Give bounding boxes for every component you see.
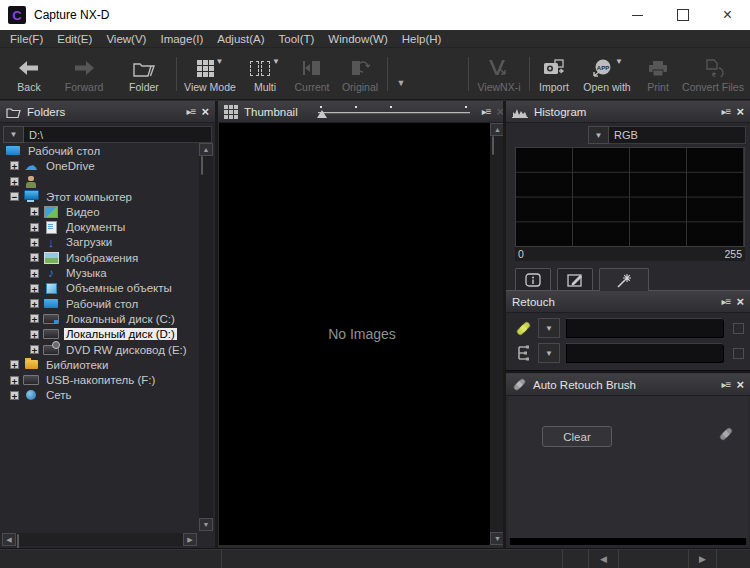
tree-item[interactable]: +Видео [2, 204, 197, 219]
back-button[interactable]: Back [4, 49, 54, 99]
expand-icon[interactable]: + [30, 299, 39, 308]
tree-item[interactable]: +↓Загрузки [2, 235, 197, 250]
clear-button[interactable]: Clear [542, 426, 612, 447]
panel-close-icon[interactable]: × [201, 105, 209, 118]
tree-item[interactable]: −Этот компьютер [2, 189, 197, 204]
folders-vertical-scrollbar[interactable]: ▲ ▼ [199, 143, 213, 531]
tree-item[interactable]: +Объемные объекты [2, 281, 197, 296]
scrollbar-thumb[interactable] [201, 156, 203, 175]
user-icon [23, 175, 39, 188]
page-next-button[interactable]: ▶ [689, 549, 717, 568]
scrollbar-thumb[interactable] [492, 136, 494, 155]
menu-item-5[interactable]: Tool(T) [272, 30, 322, 48]
chevron-down-icon[interactable]: ▼ [538, 343, 560, 363]
retouch-checkbox[interactable] [733, 323, 744, 334]
expand-icon[interactable]: + [10, 360, 19, 369]
tree-item[interactable]: +DVD RW дисковод (E:) [2, 342, 197, 357]
view-mode-button[interactable]: ▼ View Mode [179, 49, 241, 99]
retouch-list-dropdown[interactable] [566, 343, 724, 363]
menu-item-1[interactable]: Edit(E) [50, 30, 99, 48]
tree-item[interactable]: +Библиотеки [2, 357, 197, 372]
expand-icon[interactable]: + [30, 253, 39, 262]
slider-thumb[interactable] [317, 110, 327, 118]
minimize-button[interactable] [615, 0, 660, 30]
tree-item[interactable]: +Изображения [2, 250, 197, 265]
slider-track[interactable] [318, 112, 470, 113]
tree-item[interactable]: Рабочий стол [2, 143, 197, 158]
tree-item[interactable]: + [2, 174, 197, 189]
toolbar-overflow-button[interactable]: ▼ [390, 49, 412, 99]
panel-menu-icon[interactable]: ▸≡ [722, 296, 731, 307]
menu-item-6[interactable]: Window(W) [321, 30, 394, 48]
page-prev-button[interactable]: ◀ [589, 549, 619, 568]
expand-icon[interactable]: + [30, 284, 39, 293]
tree-item[interactable]: +Локальный диск (C:) [2, 311, 197, 326]
thumbnail-size-slider[interactable] [318, 104, 470, 120]
folders-horizontal-scrollbar[interactable]: ◀ ▶ [2, 533, 197, 546]
panel-menu-icon[interactable]: ▸≡ [722, 106, 731, 117]
panel-close-icon[interactable]: × [736, 378, 744, 391]
expand-icon[interactable]: + [10, 161, 19, 170]
network-icon [23, 389, 39, 402]
channel-value[interactable]: RGB [609, 126, 746, 144]
retouch-brush-dropdown[interactable] [566, 318, 724, 338]
tab-info[interactable] [515, 268, 551, 290]
collapse-icon[interactable]: − [10, 192, 19, 201]
menu-item-0[interactable]: File(F) [3, 30, 50, 48]
menu-item-4[interactable]: Adjust(A) [210, 30, 271, 48]
retouch-checkbox[interactable] [733, 348, 744, 359]
tree-item[interactable]: +Сеть [2, 388, 197, 403]
expand-icon[interactable]: + [30, 330, 39, 339]
panel-menu-icon[interactable]: ▸≡ [187, 106, 196, 117]
expand-icon[interactable]: + [30, 238, 39, 247]
scroll-up-icon[interactable]: ▲ [199, 143, 213, 156]
tab-edit[interactable] [557, 268, 593, 290]
original-button[interactable]: Original [335, 49, 385, 99]
chevron-down-icon[interactable]: ▼ [588, 126, 609, 144]
chevron-down-icon[interactable]: ▼ [538, 318, 560, 338]
expand-icon[interactable]: + [30, 223, 39, 232]
chevron-down-icon[interactable]: ▼ [3, 126, 24, 143]
current-button[interactable]: Current [289, 49, 335, 99]
expand-icon[interactable]: + [30, 345, 39, 354]
tab-retouch[interactable] [599, 268, 649, 291]
svg-text:APP: APP [597, 64, 609, 70]
folder-path-value[interactable]: D:\ [24, 126, 212, 143]
menu-item-2[interactable]: View(V) [99, 30, 153, 48]
tree-item-label: OneDrive [44, 160, 97, 172]
expand-icon[interactable]: + [30, 314, 39, 323]
tree-item[interactable]: +Документы [2, 219, 197, 234]
open-with-button[interactable]: APP ▼ Open with [576, 49, 638, 99]
expand-icon[interactable]: + [10, 391, 19, 400]
expand-icon[interactable]: + [10, 177, 19, 186]
folder-button[interactable]: Folder [114, 49, 174, 99]
viewnx-button[interactable]: ViewNX-i [471, 49, 527, 99]
tree-item[interactable]: +USB-накопитель (F:) [2, 372, 197, 387]
tree-item[interactable]: +☁OneDrive [2, 158, 197, 173]
menu-item-3[interactable]: Image(I) [153, 30, 210, 48]
tree-item[interactable]: +Локальный диск (D:) [2, 327, 197, 342]
expand-icon[interactable]: + [10, 376, 19, 385]
tree-item[interactable]: +Рабочий стол [2, 296, 197, 311]
maximize-button[interactable] [660, 0, 705, 30]
convert-files-button[interactable]: Convert Files [678, 49, 748, 99]
scroll-left-icon[interactable]: ◀ [2, 533, 16, 546]
tree-item[interactable]: +♪Музыка [2, 265, 197, 280]
panel-close-icon[interactable]: × [736, 295, 744, 308]
print-button[interactable]: Print [638, 49, 678, 99]
expand-icon[interactable]: + [30, 269, 39, 278]
folders-panel: Folders ▸≡ × ▼ D:\ Рабочий стол+☁OneDriv… [0, 101, 215, 548]
panel-menu-icon[interactable]: ▸≡ [482, 106, 491, 117]
multi-button[interactable]: ▼ Multi [241, 49, 289, 99]
import-button[interactable]: Import [532, 49, 576, 99]
menu-item-7[interactable]: Help(H) [395, 30, 449, 48]
forward-button[interactable]: Forward [54, 49, 114, 99]
panel-close-icon[interactable]: × [736, 105, 744, 118]
expand-icon[interactable]: + [30, 207, 39, 216]
scroll-down-icon[interactable]: ▼ [199, 518, 213, 531]
panel-menu-icon[interactable]: ▸≡ [722, 379, 731, 390]
close-button[interactable]: × [705, 0, 750, 30]
scroll-right-icon[interactable]: ▶ [183, 533, 197, 546]
folders-panel-header: Folders ▸≡ × [0, 101, 215, 123]
auto-retouch-body: Clear [508, 396, 748, 538]
